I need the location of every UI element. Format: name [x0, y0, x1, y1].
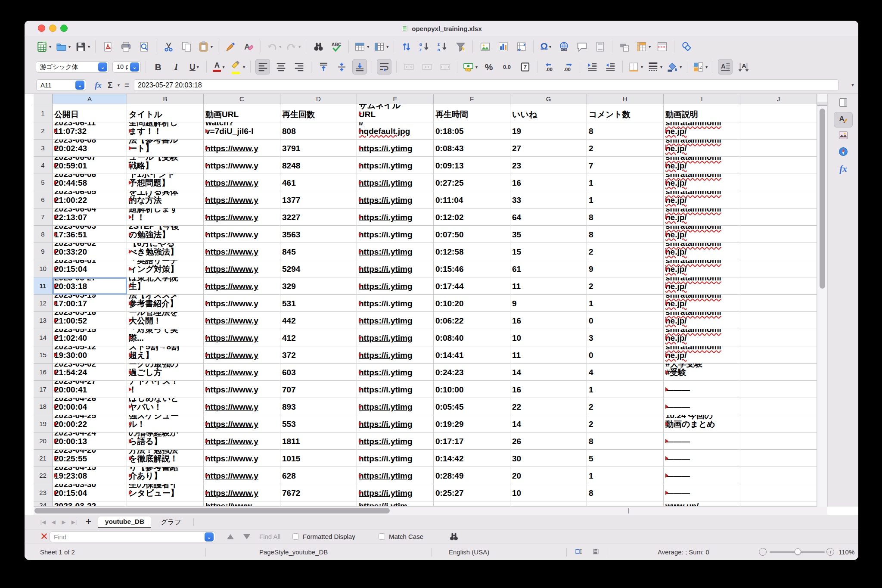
cell-F22[interactable]: 0:28:49 — [434, 467, 510, 484]
cell-A16[interactable]: 2023-05-0221:54:24 — [53, 364, 127, 381]
cell-G17[interactable]: 16 — [510, 381, 587, 398]
cell-A7[interactable]: 2023-06-0422:13:07 — [53, 208, 127, 226]
cell-G22[interactable]: 20 — [510, 467, 587, 484]
row-header-24[interactable]: 24 — [34, 501, 53, 507]
cell-B18[interactable]: はじめないとヤバい！ — [127, 398, 204, 415]
cell-G23[interactable]: 10 — [510, 484, 587, 501]
cell-A1[interactable]: 公開日 — [53, 104, 127, 122]
save-dropdown-arrow[interactable]: ▾ — [88, 44, 90, 49]
cell-D8[interactable]: 3563 — [280, 226, 357, 243]
cell-H19[interactable]: 2 — [587, 415, 664, 432]
cell-I14[interactable]: shirataminomine.jp/ — [664, 329, 740, 346]
cell-F4[interactable]: 0:09:13 — [434, 157, 510, 174]
cell-J11[interactable] — [740, 277, 817, 295]
open-button[interactable]: ▾ — [55, 39, 71, 54]
cell-C22[interactable]: https://www.y — [204, 467, 280, 484]
horizontal-split-handle[interactable] — [628, 508, 629, 513]
background-color-button[interactable]: ▾ — [666, 59, 682, 75]
cell-F8[interactable]: 0:07:50 — [434, 226, 510, 243]
formula-input[interactable]: 2023-05-27 20:03:18 — [134, 79, 839, 91]
cell-I16[interactable]: #大学受験#受験 — [664, 364, 740, 381]
cell-B1[interactable]: タイトル — [127, 104, 204, 122]
clear-formatting-button[interactable]: A — [241, 39, 256, 54]
cell-B17[interactable]: アドバイス！！ — [127, 381, 204, 398]
spelling-button[interactable]: ABC — [329, 39, 344, 54]
rows-button[interactable]: ▾ — [354, 39, 370, 54]
cell-D2[interactable]: 808 — [280, 122, 357, 140]
cell-C12[interactable]: https://www.y — [204, 295, 280, 312]
cell-E22[interactable]: https://i.ytimg — [357, 467, 434, 484]
cell-D7[interactable]: 3227 — [280, 208, 357, 226]
sort-button[interactable] — [399, 39, 413, 54]
cell-E3[interactable]: https://i.ytimg — [357, 140, 434, 157]
cell-J22[interactable] — [740, 467, 817, 484]
vertical-scrollbar-thumb[interactable] — [820, 109, 825, 289]
cell-G20[interactable]: 26 — [510, 432, 587, 450]
cell-G4[interactable]: 23 — [510, 157, 587, 174]
cell-A13[interactable]: 2023-05-1621:00:52 — [53, 312, 127, 329]
text-direction-ltr-button[interactable]: A — [718, 59, 733, 75]
cell-D3[interactable]: 3791 — [280, 140, 357, 157]
cell-D21[interactable]: 1015 — [280, 450, 357, 467]
cell-I15[interactable]: shirataminomine.jp/ — [664, 346, 740, 364]
cell-D20[interactable]: 1811 — [280, 432, 357, 450]
hyperlink-button[interactable] — [556, 39, 571, 54]
cell-G19[interactable]: 14 — [510, 415, 587, 432]
cell-I12[interactable]: shirataminomine.jp/ — [664, 295, 740, 312]
cell-I17[interactable]: ――― — [664, 381, 740, 398]
cell-B5[interactable]: 下1ポイント予想問題】 — [127, 174, 204, 191]
cell-A19[interactable]: 2023-04-2520:00:22 — [53, 415, 127, 432]
cell-F18[interactable]: 0:05:45 — [434, 398, 510, 415]
cell-H21[interactable]: 5 — [587, 450, 664, 467]
cell-F14[interactable]: 0:08:40 — [434, 329, 510, 346]
page-style[interactable]: PageStyle_youtube_DB — [259, 548, 328, 556]
cell-C1[interactable]: 動画URL — [204, 104, 280, 122]
cell-B15[interactable]: スト5割→8割超え】 — [127, 346, 204, 364]
cell-H5[interactable]: 1 — [587, 174, 664, 191]
special-character-dropdown-arrow[interactable]: ▾ — [549, 44, 551, 49]
cell-E13[interactable]: https://i.ytimg — [357, 312, 434, 329]
cut-button[interactable] — [161, 39, 176, 54]
open-dropdown-arrow[interactable]: ▾ — [68, 44, 71, 49]
cell-F11[interactable]: 0:17:44 — [434, 277, 510, 295]
row-header-8[interactable]: 8 — [34, 226, 53, 243]
cell-J1[interactable] — [740, 104, 817, 122]
cell-C11[interactable]: https://www.y — [204, 277, 280, 295]
new-document-button[interactable]: ▾ — [36, 39, 52, 54]
cell-C19[interactable]: https://www.y — [204, 415, 280, 432]
columns-button[interactable]: ▾ — [373, 39, 389, 54]
sort-descending-button[interactable]: za — [435, 39, 450, 54]
cell-F1[interactable]: 再生時間 — [434, 104, 510, 122]
zoom-slider-thumb[interactable] — [795, 548, 801, 555]
sidebar-properties-button[interactable]: A — [834, 112, 853, 128]
cell-F20[interactable]: 0:17:17 — [434, 432, 510, 450]
cell-I23[interactable]: ――― — [664, 484, 740, 501]
cell-E20[interactable]: https://i.ytimg — [357, 432, 434, 450]
cell-H3[interactable]: 2 — [587, 140, 664, 157]
sidebar-navigator-button[interactable] — [834, 145, 853, 160]
column-header-A[interactable]: A — [53, 94, 127, 104]
match-case-checkbox[interactable] — [379, 533, 385, 540]
cell-C6[interactable]: https://www.y — [204, 191, 280, 208]
first-sheet-button[interactable]: |◀ — [39, 519, 47, 525]
border-style-button[interactable]: ▾ — [647, 59, 663, 75]
conditional-formatting-dropdown-arrow[interactable]: ▾ — [705, 65, 708, 69]
cell-H2[interactable]: 8 — [587, 122, 664, 140]
cell-F3[interactable]: 0:08:43 — [434, 140, 510, 157]
redo-dropdown-arrow[interactable]: ▾ — [298, 44, 301, 49]
cell-H16[interactable]: 4 — [587, 364, 664, 381]
cell-D24[interactable] — [280, 501, 357, 507]
wrap-text-button[interactable] — [377, 59, 391, 75]
currency-format-dropdown-arrow[interactable]: ▾ — [475, 65, 478, 69]
cell-B3[interactable]: 法【参考書ルート】 — [127, 140, 204, 157]
percent-format-button[interactable]: % — [481, 59, 496, 75]
cell-H23[interactable]: 8 — [587, 484, 664, 501]
cell-E6[interactable]: https://i.ytimg — [357, 191, 434, 208]
cell-J6[interactable] — [740, 191, 817, 208]
cell-F16[interactable]: 0:24:23 — [434, 364, 510, 381]
function-wizard-icon[interactable]: fx — [95, 79, 102, 91]
cell-I24[interactable]: www.un/ — [664, 501, 740, 507]
cell-G6[interactable]: 33 — [510, 191, 587, 208]
cell-D13[interactable]: 442 — [280, 312, 357, 329]
cell-E11[interactable]: https://i.ytimg — [357, 277, 434, 295]
